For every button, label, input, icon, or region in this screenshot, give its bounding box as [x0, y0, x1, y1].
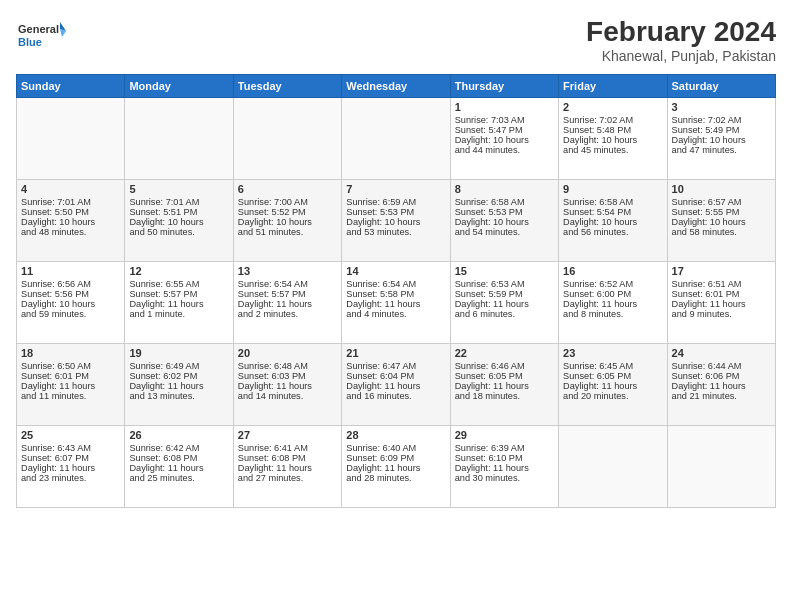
week-row-4: 18Sunrise: 6:50 AMSunset: 6:01 PMDayligh… — [17, 344, 776, 426]
calendar-cell: 3Sunrise: 7:02 AMSunset: 5:49 PMDaylight… — [667, 98, 775, 180]
cell-info: Sunset: 6:06 PM — [672, 371, 771, 381]
col-saturday: Saturday — [667, 75, 775, 98]
day-number: 20 — [238, 347, 337, 359]
cell-info: Daylight: 11 hours — [455, 463, 554, 473]
cell-info: Sunset: 5:49 PM — [672, 125, 771, 135]
col-wednesday: Wednesday — [342, 75, 450, 98]
cell-info: Sunrise: 6:50 AM — [21, 361, 120, 371]
cell-info: and 20 minutes. — [563, 391, 662, 401]
week-row-2: 4Sunrise: 7:01 AMSunset: 5:50 PMDaylight… — [17, 180, 776, 262]
cell-info: Sunset: 6:07 PM — [21, 453, 120, 463]
cell-info: Sunrise: 6:54 AM — [346, 279, 445, 289]
cell-info: Sunset: 5:58 PM — [346, 289, 445, 299]
cell-info: and 8 minutes. — [563, 309, 662, 319]
day-number: 6 — [238, 183, 337, 195]
cell-info: and 1 minute. — [129, 309, 228, 319]
cell-info: and 23 minutes. — [21, 473, 120, 483]
cell-info: Sunset: 6:02 PM — [129, 371, 228, 381]
cell-info: Daylight: 11 hours — [129, 299, 228, 309]
day-number: 10 — [672, 183, 771, 195]
cell-info: Daylight: 11 hours — [455, 299, 554, 309]
cell-info: Daylight: 11 hours — [238, 381, 337, 391]
cell-info: Daylight: 11 hours — [346, 463, 445, 473]
cell-info: Sunrise: 7:03 AM — [455, 115, 554, 125]
cell-info: Sunrise: 7:01 AM — [21, 197, 120, 207]
calendar-cell: 12Sunrise: 6:55 AMSunset: 5:57 PMDayligh… — [125, 262, 233, 344]
cell-info: and 56 minutes. — [563, 227, 662, 237]
svg-text:General: General — [18, 23, 59, 35]
calendar-cell: 9Sunrise: 6:58 AMSunset: 5:54 PMDaylight… — [559, 180, 667, 262]
cell-info: and 58 minutes. — [672, 227, 771, 237]
cell-info: Daylight: 10 hours — [672, 135, 771, 145]
cell-info: Daylight: 11 hours — [238, 299, 337, 309]
cell-info: Sunrise: 6:40 AM — [346, 443, 445, 453]
logo: General Blue — [16, 16, 66, 56]
day-number: 26 — [129, 429, 228, 441]
calendar-page: General Blue February 2024 Khanewal, Pun… — [0, 0, 792, 612]
cell-info: Sunrise: 6:58 AM — [563, 197, 662, 207]
cell-info: Sunrise: 6:46 AM — [455, 361, 554, 371]
calendar-cell: 25Sunrise: 6:43 AMSunset: 6:07 PMDayligh… — [17, 426, 125, 508]
day-number: 16 — [563, 265, 662, 277]
cell-info: Sunrise: 7:02 AM — [563, 115, 662, 125]
cell-info: Sunrise: 7:01 AM — [129, 197, 228, 207]
calendar-cell: 23Sunrise: 6:45 AMSunset: 6:05 PMDayligh… — [559, 344, 667, 426]
cell-info: Sunrise: 6:55 AM — [129, 279, 228, 289]
cell-info: Sunrise: 6:41 AM — [238, 443, 337, 453]
day-number: 22 — [455, 347, 554, 359]
cell-info: Sunrise: 6:47 AM — [346, 361, 445, 371]
col-thursday: Thursday — [450, 75, 558, 98]
day-number: 4 — [21, 183, 120, 195]
cell-info: Daylight: 11 hours — [563, 381, 662, 391]
cell-info: and 16 minutes. — [346, 391, 445, 401]
cell-info: Sunrise: 6:49 AM — [129, 361, 228, 371]
cell-info: and 44 minutes. — [455, 145, 554, 155]
cell-info: Daylight: 10 hours — [21, 299, 120, 309]
calendar-cell: 14Sunrise: 6:54 AMSunset: 5:58 PMDayligh… — [342, 262, 450, 344]
logo-svg: General Blue — [16, 16, 66, 56]
cell-info: Sunset: 5:47 PM — [455, 125, 554, 135]
cell-info: and 4 minutes. — [346, 309, 445, 319]
calendar-cell — [342, 98, 450, 180]
day-number: 19 — [129, 347, 228, 359]
cell-info: Sunset: 5:56 PM — [21, 289, 120, 299]
cell-info: Sunrise: 6:43 AM — [21, 443, 120, 453]
cell-info: Sunset: 6:09 PM — [346, 453, 445, 463]
calendar-cell: 8Sunrise: 6:58 AMSunset: 5:53 PMDaylight… — [450, 180, 558, 262]
day-number: 9 — [563, 183, 662, 195]
cell-info: Sunrise: 6:57 AM — [672, 197, 771, 207]
cell-info: Sunrise: 6:56 AM — [21, 279, 120, 289]
calendar-cell: 11Sunrise: 6:56 AMSunset: 5:56 PMDayligh… — [17, 262, 125, 344]
day-number: 17 — [672, 265, 771, 277]
cell-info: and 13 minutes. — [129, 391, 228, 401]
location: Khanewal, Punjab, Pakistan — [586, 48, 776, 64]
cell-info: Sunrise: 6:59 AM — [346, 197, 445, 207]
day-number: 18 — [21, 347, 120, 359]
cell-info: Sunrise: 6:48 AM — [238, 361, 337, 371]
cell-info: Sunset: 5:57 PM — [238, 289, 337, 299]
cell-info: Daylight: 11 hours — [238, 463, 337, 473]
cell-info: and 25 minutes. — [129, 473, 228, 483]
cell-info: Sunset: 6:04 PM — [346, 371, 445, 381]
cell-info: and 47 minutes. — [672, 145, 771, 155]
calendar-cell: 7Sunrise: 6:59 AMSunset: 5:53 PMDaylight… — [342, 180, 450, 262]
cell-info: Daylight: 10 hours — [455, 135, 554, 145]
cell-info: and 6 minutes. — [455, 309, 554, 319]
day-number: 2 — [563, 101, 662, 113]
day-number: 14 — [346, 265, 445, 277]
cell-info: Daylight: 11 hours — [346, 381, 445, 391]
cell-info: Daylight: 11 hours — [21, 463, 120, 473]
calendar-cell: 27Sunrise: 6:41 AMSunset: 6:08 PMDayligh… — [233, 426, 341, 508]
cell-info: Daylight: 10 hours — [563, 217, 662, 227]
calendar-table: Sunday Monday Tuesday Wednesday Thursday… — [16, 74, 776, 508]
day-number: 23 — [563, 347, 662, 359]
svg-text:Blue: Blue — [18, 36, 42, 48]
cell-info: Sunset: 6:00 PM — [563, 289, 662, 299]
cell-info: Daylight: 11 hours — [455, 381, 554, 391]
week-row-5: 25Sunrise: 6:43 AMSunset: 6:07 PMDayligh… — [17, 426, 776, 508]
day-number: 15 — [455, 265, 554, 277]
cell-info: Daylight: 11 hours — [129, 463, 228, 473]
cell-info: and 54 minutes. — [455, 227, 554, 237]
day-number: 28 — [346, 429, 445, 441]
calendar-cell: 5Sunrise: 7:01 AMSunset: 5:51 PMDaylight… — [125, 180, 233, 262]
